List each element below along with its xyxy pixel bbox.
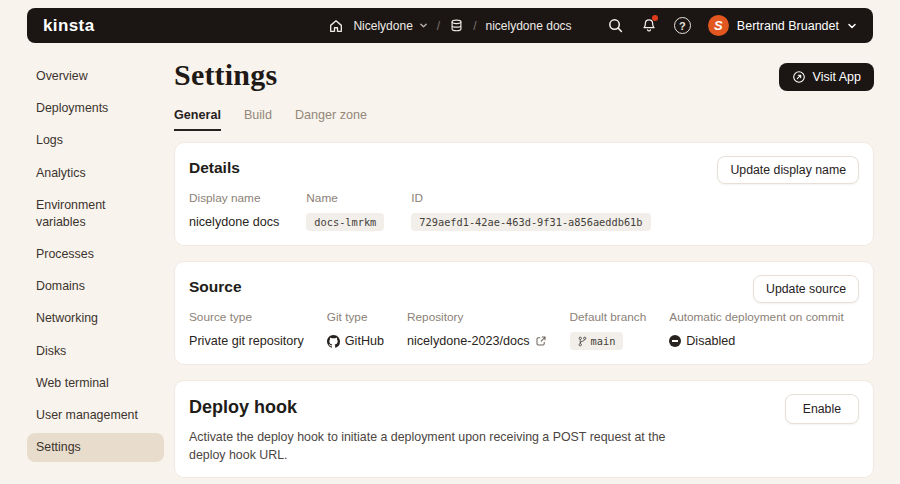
- user-name: Bertrand Bruandet: [737, 19, 839, 33]
- settings-tabs: General Build Danger zone: [174, 108, 874, 131]
- git-branch-icon: [578, 336, 587, 347]
- sidebar-item-user-management[interactable]: User management: [27, 401, 164, 430]
- main-content: Settings Visit App General Build Danger …: [174, 52, 874, 484]
- help-icon[interactable]: ?: [674, 17, 691, 34]
- breadcrumb-company[interactable]: Nicelydone: [353, 19, 427, 33]
- deploy-hook-card: Deploy hook Enable Activate the deploy h…: [174, 380, 874, 478]
- update-display-name-button[interactable]: Update display name: [717, 156, 859, 184]
- sidebar-item-environment-variables[interactable]: Environment variables: [27, 191, 164, 237]
- sidebar-item-settings[interactable]: Settings: [27, 433, 164, 462]
- page-title: Settings: [174, 58, 874, 92]
- details-card-title: Details: [189, 156, 240, 177]
- sidebar-item-logs[interactable]: Logs: [27, 126, 164, 155]
- breadcrumb-separator: /: [473, 19, 476, 33]
- enable-deploy-hook-button[interactable]: Enable: [785, 394, 859, 424]
- field-display-name: Display name nicelydone docs: [189, 191, 279, 232]
- sidebar-item-disks[interactable]: Disks: [27, 337, 164, 366]
- sidebar-item-domains[interactable]: Domains: [27, 272, 164, 301]
- notifications-bell-icon[interactable]: [641, 17, 657, 34]
- source-card: Source Update source Source type Private…: [174, 261, 874, 365]
- tab-general[interactable]: General: [174, 108, 221, 131]
- deploy-hook-description: Activate the deploy hook to initiate a d…: [189, 428, 694, 464]
- user-menu[interactable]: S Bertrand Bruandet: [708, 15, 857, 36]
- disabled-icon: [669, 335, 681, 347]
- visit-app-button[interactable]: Visit App: [779, 63, 874, 91]
- home-icon[interactable]: [328, 18, 344, 34]
- repository-link[interactable]: nicelydone-2023/docs: [407, 334, 530, 348]
- avatar: S: [708, 15, 729, 36]
- launch-icon: [792, 70, 806, 84]
- sidebar-item-overview[interactable]: Overview: [27, 62, 164, 91]
- field-id: ID 729aefd1-42ae-463d-9f31-a856aeddb61b: [411, 191, 650, 232]
- external-link-icon[interactable]: [535, 335, 547, 347]
- field-source-type: Source type Private git repository: [189, 310, 304, 351]
- branch-chip[interactable]: main: [570, 332, 624, 350]
- database-icon[interactable]: [449, 18, 464, 33]
- breadcrumb-app[interactable]: nicelydone docs: [486, 19, 572, 33]
- id-chip[interactable]: 729aefd1-42ae-463d-9f31-a856aeddb61b: [411, 213, 650, 231]
- field-auto-deploy: Automatic deployment on commit Disabled: [669, 310, 843, 351]
- sidebar-item-analytics[interactable]: Analytics: [27, 159, 164, 188]
- field-default-branch: Default branch main: [570, 310, 647, 351]
- github-icon: [327, 335, 340, 348]
- details-card: Details Update display name Display name…: [174, 142, 874, 246]
- notification-dot: [652, 15, 658, 21]
- tab-danger-zone[interactable]: Danger zone: [295, 108, 367, 131]
- breadcrumb-separator: /: [437, 19, 440, 33]
- kinsta-logo[interactable]: kinsta: [43, 16, 95, 36]
- source-card-title: Source: [189, 275, 242, 296]
- deploy-hook-title: Deploy hook: [189, 394, 297, 418]
- field-repository: Repository nicelydone-2023/docs: [407, 310, 547, 351]
- name-chip[interactable]: docs-lmrkm: [306, 213, 384, 231]
- top-navigation-bar: kinsta Nicelydone / / nicelydone docs ? …: [27, 8, 873, 43]
- update-source-button[interactable]: Update source: [753, 275, 859, 303]
- sidebar-item-deployments[interactable]: Deployments: [27, 94, 164, 123]
- search-icon[interactable]: [607, 17, 624, 34]
- sidebar-item-web-terminal[interactable]: Web terminal: [27, 369, 164, 398]
- field-git-type: Git type GitHub: [327, 310, 384, 351]
- chevron-down-icon: [847, 21, 857, 31]
- sidebar-nav: Overview Deployments Logs Analytics Envi…: [27, 62, 164, 465]
- field-name: Name docs-lmrkm: [306, 191, 384, 232]
- tab-build[interactable]: Build: [244, 108, 272, 131]
- chevron-down-icon: [419, 21, 428, 30]
- sidebar-item-processes[interactable]: Processes: [27, 240, 164, 269]
- sidebar-item-networking[interactable]: Networking: [27, 304, 164, 333]
